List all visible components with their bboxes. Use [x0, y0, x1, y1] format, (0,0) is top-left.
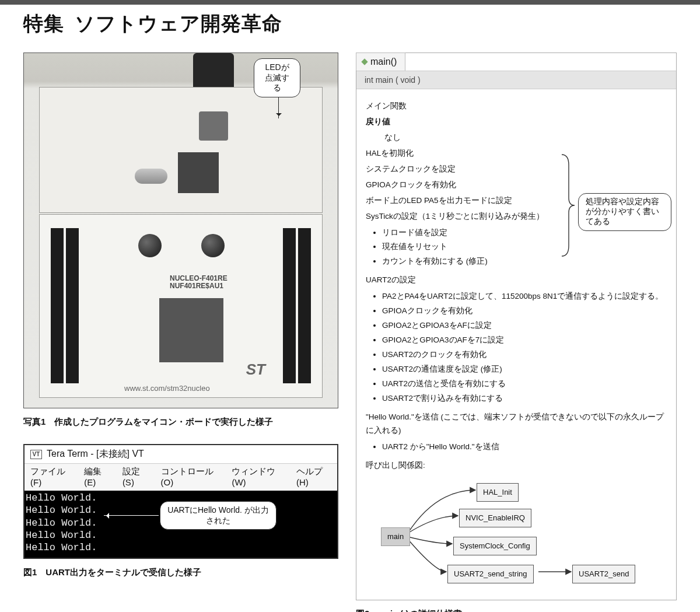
list-item: USART2のクロックを有効化: [382, 348, 667, 362]
hello-list: UART2 から"Hello World."を送信: [366, 440, 667, 454]
spec-body: 処理内容や設定内容が分かりやすく書いてある メイン関数 戻り値 なし HALを初…: [356, 89, 676, 600]
pin-header: [66, 228, 79, 383]
menu-control[interactable]: コントロール(O): [161, 466, 220, 487]
spec-return-value: なし: [366, 131, 667, 145]
list-item: PA2とPA4をUART2に設定して、115200bps 8N1で通信するように…: [382, 289, 667, 304]
teraterm-menubar: ファイル(F) 編集(E) 設定(S) コントロール(O) ウィンドウ(W) ヘ…: [24, 463, 337, 491]
teraterm-window: VT Tera Term - [未接続] VT ファイル(F) 編集(E) 設定…: [23, 444, 338, 559]
uart2-header: UART2の設定: [366, 274, 667, 287]
graph-node-main: main: [381, 527, 410, 546]
board-model-line: NUF401RE$AU1: [170, 282, 228, 290]
teraterm-titlebar: VT Tera Term - [未接続] VT: [24, 445, 337, 463]
title-row: 特集 ソフトウェア開発革命: [23, 11, 677, 37]
pin-header: [298, 228, 311, 383]
diamond-icon: [361, 58, 368, 65]
right-column: main() int main ( void ) 処理内容や設定内容が分かりやす…: [356, 53, 677, 612]
graph-node-send: USART2_send: [572, 565, 635, 583]
menu-file[interactable]: ファイル(F): [30, 466, 72, 487]
callout-led: LEDが 点滅する: [254, 58, 300, 97]
spec-tab-label: main(): [370, 57, 397, 67]
terminal-line: Hello World.: [26, 529, 334, 541]
spec-tab[interactable]: main(): [356, 53, 405, 71]
menu-help[interactable]: ヘルプ(H): [296, 466, 331, 487]
terminal-line: Hello World.: [26, 541, 334, 554]
teraterm-title: Tera Term - [未接続] VT: [47, 448, 144, 460]
spec-step: システムクロックを設定: [366, 163, 667, 176]
graph-node-sendstr: USART2_send_string: [447, 565, 534, 583]
graph-node-nvic: NVIC_EnableIRQ: [459, 509, 531, 527]
list-item: USART2の通信速度を設定 (修正): [382, 362, 667, 377]
menu-setup[interactable]: 設定(S): [123, 466, 149, 487]
list-item: 現在値をリセット: [382, 240, 667, 254]
menu-edit[interactable]: 編集(E): [84, 466, 111, 487]
figure3-caption-suffix: の詳細仕様書: [410, 608, 462, 613]
list-item: UART2の送信と受信を有効にする: [382, 377, 667, 391]
board-url: www.st.com/stm32nucleo: [124, 384, 210, 393]
usb-port: [199, 111, 228, 141]
list-item: GPIOAクロックを有効化: [382, 304, 667, 319]
systick-list: リロード値を設定 現在値をリセット カウントを有効にする (修正): [366, 226, 667, 270]
graph-node-sysclk: SystemClock_Config: [453, 537, 537, 555]
crystal: [135, 169, 167, 184]
mcu-chip: [159, 298, 223, 362]
teraterm-icon: VT: [30, 450, 42, 459]
figure3-caption: 図3 main()の詳細仕様書: [356, 608, 677, 613]
spec-panel: main() int main ( void ) 処理内容や設定内容が分かりやす…: [356, 53, 677, 600]
pin-header: [283, 228, 296, 383]
figure3-caption-mono: main(): [378, 610, 410, 613]
board-top-pcb: [39, 87, 323, 213]
top-bar: [0, 0, 700, 5]
arrow-icon: [104, 515, 159, 516]
board-photo-wrap: NUCLEO-F401RE NUF401RE$AU1 ST www.st.com…: [23, 53, 338, 408]
left-column: NUCLEO-F401RE NUF401RE$AU1 ST www.st.com…: [23, 53, 338, 594]
call-graph: main HAL_Init NVIC_EnableIRQ SystemClock…: [366, 475, 667, 592]
list-item: USART2で割り込みを有効にする: [382, 391, 667, 406]
figure3-caption-prefix: 図3: [356, 608, 378, 613]
menu-window[interactable]: ウィンドウ(W): [232, 466, 285, 487]
callout-spec: 処理内容や設定内容が分かりやすく書いてある: [578, 193, 671, 231]
list-item: GPIOA2とGPIOA3をAFに設定: [382, 319, 667, 333]
hello-line: "Hello World."を送信 (ここでは、端末ソフトが受信できないので以下…: [366, 411, 667, 438]
uart2-list: PA2とPA4をUART2に設定して、115200bps 8N1で通信するように…: [366, 289, 667, 406]
board-photo: NUCLEO-F401RE NUF401RE$AU1 ST www.st.com…: [23, 53, 338, 408]
figure1-caption: 図1 UART出力をターミナルで受信した様子: [23, 567, 338, 578]
spec-step: GPIOAクロックを有効化: [366, 179, 667, 192]
list-item: UART2 から"Hello World."を送信: [382, 440, 667, 454]
stlink-chip: [178, 152, 219, 193]
graph-header: 呼び出し関係図:: [366, 459, 667, 473]
st-logo: ST: [246, 361, 265, 379]
spec-step: HALを初期化: [366, 147, 667, 160]
pin-header: [51, 228, 64, 383]
photo1-caption: 写真1 作成したプログラムをマイコン・ボードで実行した様子: [23, 417, 338, 428]
title-kicker: 特集: [23, 11, 64, 37]
capacitor: [201, 234, 225, 257]
columns: NUCLEO-F401RE NUF401RE$AU1 ST www.st.com…: [23, 53, 677, 612]
spec-signature: int main ( void ): [356, 71, 676, 89]
list-item: カウントを有効にする (修正): [382, 254, 667, 269]
callout-uart: UARTにHello World. が出力された: [160, 501, 276, 530]
spec-return-label: 戻り値: [366, 116, 667, 129]
spec-main-fn: メイン関数: [366, 100, 667, 113]
list-item: GPIOA2とGPIOA3のAFを7に設定: [382, 333, 667, 348]
graph-node-hal: HAL_Init: [477, 483, 519, 502]
title-main: ソフトウェア開発革命: [75, 11, 282, 37]
capacitor: [138, 234, 162, 257]
board-model-label: NUCLEO-F401RE NUF401RE$AU1: [170, 275, 228, 290]
page: 特集 ソフトウェア開発革命: [0, 11, 700, 612]
